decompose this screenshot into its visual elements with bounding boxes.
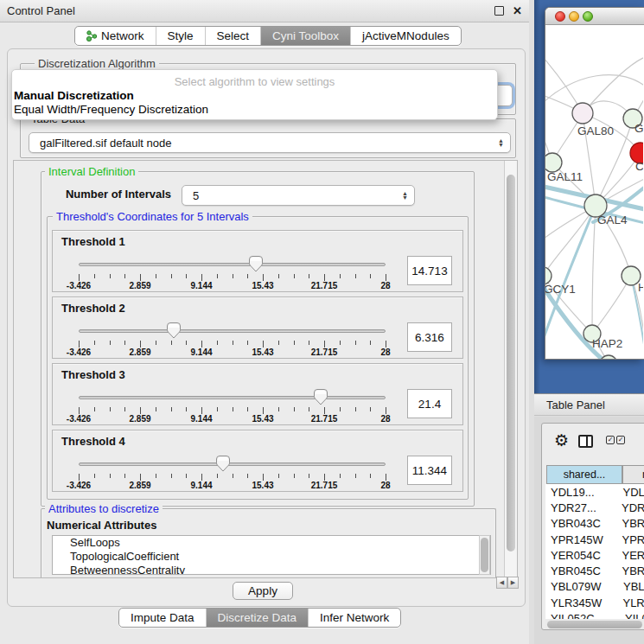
numerical-attributes-label: Numerical Attributes xyxy=(47,519,156,532)
minimize-traffic-light-icon[interactable] xyxy=(569,11,579,22)
checkbox-icon[interactable]: ✓ xyxy=(616,436,625,444)
column-header[interactable]: shared... xyxy=(546,465,622,484)
major-tick xyxy=(263,341,264,348)
apply-button[interactable]: Apply xyxy=(233,582,293,600)
slider-track[interactable] xyxy=(79,462,386,466)
table-row[interactable]: YBR043CYBR0 xyxy=(545,516,644,532)
threshold-value-field[interactable]: 11.344 xyxy=(407,456,452,485)
threshold-value-field[interactable]: 21.4 xyxy=(407,389,452,418)
slider-track[interactable] xyxy=(79,396,386,399)
minor-tick xyxy=(110,341,111,345)
table-data-combo[interactable]: galFiltered.sif default node ▲▼ xyxy=(29,132,511,153)
cyni-toolbox-content: Discretization Algorithm Table Data galF… xyxy=(7,48,526,607)
minor-tick xyxy=(171,274,172,278)
minor-tick xyxy=(294,407,295,411)
slider-thumb[interactable] xyxy=(216,456,230,475)
checkbox-icon[interactable]: ✓ xyxy=(606,436,615,444)
tab-select[interactable]: Select xyxy=(205,27,261,45)
cell-name: YLR3 xyxy=(619,596,644,609)
slider-thumb[interactable] xyxy=(314,389,328,409)
table-row[interactable]: YPR145WYPR1 xyxy=(545,532,644,547)
major-tick xyxy=(263,474,264,481)
minor-tick xyxy=(247,474,248,478)
node[interactable] xyxy=(600,355,617,360)
scrollbar-thumb[interactable] xyxy=(507,175,515,552)
slider-thumb[interactable] xyxy=(167,322,181,342)
scrollbar-thumb[interactable] xyxy=(547,621,642,628)
tab-label: Cyni Toolbox xyxy=(272,29,339,42)
algorithm-option[interactable]: Equal Width/Frequency Discretization xyxy=(12,103,497,117)
tick-label: 9.144 xyxy=(190,348,212,357)
tab-label: Discretize Data xyxy=(218,611,297,624)
table-horizontal-scrollbar[interactable] xyxy=(545,620,644,629)
network-view-window[interactable]: GAL80GCGAL11GAL4GCY1HHAP2 xyxy=(545,7,644,360)
close-icon[interactable]: ✕ xyxy=(513,4,522,17)
algorithm-dropdown-popup: Select algorithm to view settings Manual… xyxy=(11,69,498,120)
minor-tick xyxy=(340,474,341,478)
tab-discretize-data[interactable]: Discretize Data xyxy=(206,609,309,627)
tab-network[interactable]: Network xyxy=(75,27,156,45)
minor-tick xyxy=(124,474,125,478)
column-selector-icon[interactable] xyxy=(578,435,593,448)
tick-label: 2.859 xyxy=(129,414,150,424)
tick-label: 28 xyxy=(380,481,390,490)
algorithm-popup-prompt: Select algorithm to view settings xyxy=(12,70,497,89)
major-tick xyxy=(201,341,202,348)
zoom-traffic-light-icon[interactable] xyxy=(583,11,593,22)
scroll-right-arrow-icon[interactable]: ▶ xyxy=(507,577,519,589)
tab-impute-data[interactable]: Impute Data xyxy=(119,609,206,627)
table-row[interactable]: YDL19...YDL1 xyxy=(545,484,644,500)
tab-jactivemnodules[interactable]: jActiveMNodules xyxy=(350,27,461,45)
slider-thumb[interactable] xyxy=(249,256,263,276)
major-tick xyxy=(324,274,325,281)
tick-label: 28 xyxy=(380,414,390,424)
attribute-list-item[interactable]: TopologicalCoefficient xyxy=(53,550,490,564)
close-traffic-light-icon[interactable] xyxy=(555,11,565,22)
major-tick xyxy=(79,474,80,481)
scrollbar-arrow-buttons[interactable]: ◀ ▶ xyxy=(496,577,519,589)
tick-label: 9.144 xyxy=(190,481,212,490)
column-header[interactable]: na xyxy=(622,465,644,484)
threshold-label: Threshold 2 xyxy=(61,302,125,315)
settings-vertical-scrollbar[interactable] xyxy=(504,161,517,577)
scrollbar-thumb[interactable] xyxy=(481,538,488,572)
network-window-titlebar[interactable] xyxy=(545,8,644,25)
threshold-value-field[interactable]: 6.316 xyxy=(407,322,452,352)
tab-infer-network[interactable]: Infer Network xyxy=(308,609,400,627)
table-row[interactable]: YBR045CYBR0 xyxy=(545,563,644,578)
float-window-icon[interactable] xyxy=(494,6,504,16)
threshold-value-field[interactable]: 14.713 xyxy=(407,256,452,285)
minor-tick xyxy=(294,341,295,345)
num-intervals-combo[interactable]: 5 ▲▼ xyxy=(182,185,415,206)
tick-label: -3.426 xyxy=(67,414,91,424)
GAL80-node[interactable] xyxy=(572,103,593,124)
table-row[interactable]: YLR345WYLR3 xyxy=(545,595,644,610)
minor-tick xyxy=(355,341,356,345)
scroll-left-arrow-icon[interactable]: ◀ xyxy=(496,577,507,589)
table-rows: YDL19...YDL1YDR27...YDR2YBR043CYBR0YPR14… xyxy=(545,484,644,619)
checkbox-icons[interactable]: ✓ ✓ xyxy=(606,436,625,444)
table-row[interactable]: YIL052CYIL0 xyxy=(545,610,644,619)
minor-tick xyxy=(94,474,95,478)
GCY1-node[interactable] xyxy=(545,267,552,284)
threshold-row: Threshold 2-3.4262.8599.14415.4321.71528… xyxy=(52,296,463,359)
tab-cyni-toolbox[interactable]: Cyni Toolbox xyxy=(260,27,350,45)
table-row[interactable]: YER054CYER0 xyxy=(545,547,644,563)
attribute-list-item[interactable]: BetweennessCentrality xyxy=(53,564,490,575)
numerical-attributes-list[interactable]: SelfLoopsTopologicalCoefficientBetweenne… xyxy=(52,535,491,575)
network-canvas[interactable]: GAL80GCGAL11GAL4GCY1HHAP2 xyxy=(545,25,643,360)
table-row[interactable]: YBL079WYBL0 xyxy=(545,579,644,595)
minor-tick xyxy=(370,407,371,411)
minor-tick xyxy=(247,407,248,411)
gear-icon[interactable]: ⚙ xyxy=(554,430,569,450)
attribute-list-item[interactable]: SelfLoops xyxy=(53,536,490,550)
slider-track[interactable] xyxy=(79,329,386,333)
algorithm-option[interactable]: Manual Discretization xyxy=(12,89,497,103)
major-tick xyxy=(140,407,141,414)
tab-style[interactable]: Style xyxy=(156,27,205,45)
table-row[interactable]: YDR27...YDR2 xyxy=(545,500,644,515)
attributes-list-scrollbar[interactable] xyxy=(479,535,490,575)
GAL11-node[interactable] xyxy=(545,153,562,172)
minor-tick xyxy=(124,274,125,278)
slider-track[interactable] xyxy=(79,263,386,266)
